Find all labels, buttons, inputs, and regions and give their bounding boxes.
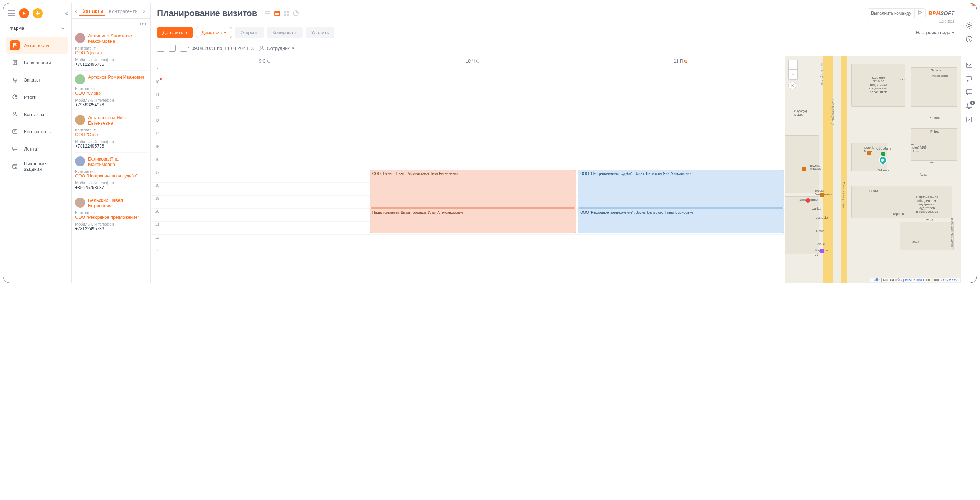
tab-accounts[interactable]: Контрагенты: [107, 7, 140, 16]
day-header[interactable]: 9 С: [161, 56, 369, 66]
svg-rect-4: [13, 130, 17, 133]
clear-date-icon[interactable]: ✕: [251, 46, 255, 51]
version-label: 1.2.0.3013: [151, 20, 961, 23]
counterparty-label: Контрагент: [75, 128, 147, 132]
run-command-button[interactable]: [914, 9, 925, 18]
nav-item-3[interactable]: Итоги: [6, 88, 68, 106]
counterparty-value[interactable]: ООО "Ответ": [75, 132, 147, 137]
contact-name[interactable]: Анпинина Анастасия Максимовна: [88, 33, 147, 44]
menu-icon[interactable]: [8, 10, 16, 16]
view-setup-button[interactable]: Настройка вида ▾: [916, 30, 955, 35]
brand-logo: BPMSOFT: [929, 10, 955, 16]
contact-card[interactable]: Беликова Яна МаксимовнаКонтрагентООО "Не…: [75, 152, 147, 194]
svg-point-22: [685, 60, 687, 62]
day-header[interactable]: 10 Ч: [369, 56, 577, 66]
status-dot-icon: [972, 4, 975, 6]
view-tile-icon[interactable]: [283, 10, 290, 16]
collapse-nav-icon[interactable]: ‹‹: [65, 10, 67, 16]
tab-next-icon[interactable]: ›: [142, 8, 145, 15]
svg-rect-14: [287, 11, 289, 13]
svg-rect-6: [13, 165, 17, 168]
settings-icon[interactable]: [966, 22, 973, 30]
comment-icon[interactable]: [966, 89, 973, 97]
calendar-event[interactable]: ООО "Ответ": Визит: Афанасьева Ника Евге…: [370, 170, 576, 208]
hour-label: 11: [151, 92, 161, 105]
nav-item-5[interactable]: Контрагенты: [6, 123, 68, 140]
view-list-icon[interactable]: [265, 10, 271, 16]
nav-item-6[interactable]: Лента: [6, 140, 68, 157]
open-button[interactable]: Открыть: [235, 27, 264, 38]
nav-item-0[interactable]: Активности: [6, 37, 68, 54]
phone-value: +78122495736: [75, 62, 147, 67]
map-close-button[interactable]: ✕: [788, 81, 796, 89]
nav-item-7[interactable]: Цикловые задания: [6, 157, 68, 175]
contact-name[interactable]: Артюхов Роман Иванович: [88, 75, 144, 80]
calendar-pick-icon[interactable]: ▾: [180, 44, 187, 52]
hour-label: 23: [151, 247, 161, 260]
zoom-out-button[interactable]: −: [789, 70, 797, 79]
counterparty-value[interactable]: ООО "Дельта": [75, 50, 147, 55]
view-calendar-icon[interactable]: [274, 10, 280, 16]
copy-button[interactable]: Копировать: [267, 27, 303, 38]
phone-value: +79583254976: [75, 102, 147, 107]
help-icon[interactable]: ?: [966, 36, 973, 44]
counterparty-label: Контрагент: [75, 211, 147, 215]
nav-top-controls: ‹‹: [6, 6, 68, 23]
date-to[interactable]: 11.08.2023: [224, 46, 248, 51]
calendar-range-icon[interactable]: [169, 44, 176, 52]
date-range: 09.08.2023 по 11.08.2023 ✕: [192, 46, 255, 51]
nav-icon: [10, 161, 20, 171]
contact-name[interactable]: Бельских Павел Борисович: [88, 198, 147, 208]
calendar-event[interactable]: ООО "Рекордное предложение": Визит: Бель…: [578, 208, 784, 233]
tab-prev-icon[interactable]: ‹: [75, 8, 78, 15]
command-input[interactable]: [867, 9, 914, 18]
contact-card[interactable]: Бельских Павел БорисовичКонтрагентООО "Р…: [75, 194, 147, 235]
day-column[interactable]: [161, 66, 369, 260]
play-button[interactable]: [19, 8, 29, 18]
nav-icon: [10, 92, 20, 102]
notifications-icon[interactable]: 3: [966, 102, 973, 111]
calendar-today-icon[interactable]: [157, 44, 164, 52]
avatar: [75, 156, 85, 166]
tab-contacts[interactable]: Контакты: [79, 7, 105, 16]
actions-button[interactable]: Действия ▾: [196, 27, 232, 38]
contact-panel-menu-icon[interactable]: •••: [72, 19, 150, 29]
view-analytics-icon[interactable]: [293, 10, 299, 16]
counterparty-value[interactable]: ООО "Слово": [75, 91, 147, 96]
svg-point-3: [14, 112, 16, 114]
counterparty-value[interactable]: ООО "Неограниченная судьба": [75, 173, 147, 179]
view-switcher: [265, 10, 299, 16]
svg-rect-15: [284, 14, 286, 16]
tasks-icon[interactable]: [966, 116, 973, 125]
contact-card[interactable]: Анпинина Анастасия МаксимовнаКонтрагентО…: [75, 29, 147, 71]
calendar-event[interactable]: Наша компания: Визит: Боднарь Илья Алекс…: [370, 208, 576, 233]
contact-name[interactable]: Афанасьева Ника Евгеньевна: [88, 115, 147, 126]
calendar-event[interactable]: ООО "Неограниченная судьба": Визит: Бели…: [578, 170, 784, 208]
delete-button[interactable]: Удалить: [305, 27, 334, 38]
counterparty-value[interactable]: ООО "Рекордное предложение": [75, 215, 147, 220]
map[interactable]: Колледж№16 поподготовкесоциальныхработни…: [785, 56, 961, 283]
svg-rect-5: [13, 147, 17, 150]
workspace-selector[interactable]: Фарма: [6, 23, 68, 34]
phone-label: Мобильный телефон: [75, 222, 147, 226]
date-from[interactable]: 09.08.2023: [192, 46, 215, 51]
quick-add-button[interactable]: [33, 8, 43, 18]
contact-card[interactable]: Афанасьева Ника ЕвгеньевнаКонтрагентООО …: [75, 111, 147, 152]
contact-card[interactable]: Артюхов Роман ИвановичКонтрагентООО "Сло…: [75, 71, 147, 111]
nav-icon: [10, 144, 20, 154]
day-header[interactable]: 11 П: [577, 56, 785, 66]
nav-item-2[interactable]: Заказы: [6, 71, 68, 88]
add-button[interactable]: Добавить ▾: [157, 27, 193, 38]
svg-rect-27: [966, 90, 972, 94]
nav-item-4[interactable]: Контакты: [6, 106, 68, 123]
svg-text:?: ?: [968, 37, 970, 41]
employee-filter[interactable]: Сотрудник ▾: [259, 45, 294, 51]
day-column[interactable]: ООО "Ответ": Визит: Афанасьева Ника Евге…: [369, 66, 577, 260]
mail-icon[interactable]: [966, 62, 973, 70]
contact-name[interactable]: Беликова Яна Максимовна: [88, 156, 147, 167]
phone-label: Мобильный телефон: [75, 98, 147, 102]
nav-item-1[interactable]: База знаний: [6, 54, 68, 71]
zoom-in-button[interactable]: +: [789, 60, 797, 70]
day-column[interactable]: ООО "Неограниченная судьба": Визит: Бели…: [577, 66, 785, 260]
chat-icon[interactable]: [966, 75, 973, 84]
